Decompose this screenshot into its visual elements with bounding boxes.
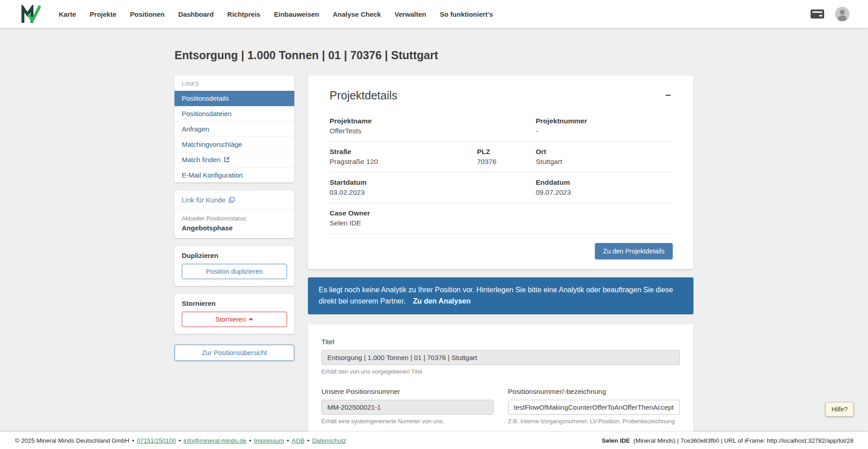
customer-link[interactable]: Link für Kunde [175, 191, 294, 210]
caret-down-icon [249, 318, 253, 321]
status-value: Angebotsphase [182, 224, 287, 232]
sidebar-item-label: Positionsdetails [182, 94, 229, 102]
datenschutz-link[interactable]: Datenschutz [312, 437, 346, 444]
nav-item-richtpreis[interactable]: Richtpreis [227, 10, 260, 18]
customer-link-card: Link für Kunde Aktueller Positionsstatus… [175, 191, 294, 238]
sidebar-item-label: Match finden [182, 156, 221, 164]
cancel-dropdown-button[interactable]: Stornieren [182, 312, 287, 327]
separator: • [287, 437, 289, 444]
titel-input[interactable] [321, 350, 680, 365]
nav-item-einbauweisen[interactable]: Einbauweisen [274, 10, 319, 18]
top-navbar: Karte Projekte Positionen Dashboard Rich… [0, 0, 868, 28]
titel-field: Titel Erhält den von uns vorgegebenen Ti… [321, 338, 680, 375]
nav-item-karte[interactable]: Karte [59, 10, 76, 18]
plz-field: PLZ 70376 [477, 148, 536, 166]
customer-link-label: Link für Kunde [182, 196, 226, 204]
ort-field: Ort Stuttgart [536, 148, 673, 166]
bezeichnung-helper: Z.B. Interne-Vorgangsnummer, LV-Position… [508, 418, 680, 425]
copy-icon [229, 197, 235, 203]
projektnummer-value: - [536, 127, 673, 135]
duplicate-heading: Duplizieren [182, 252, 287, 259]
cancel-button-label: Stornieren [216, 316, 246, 323]
banner-link[interactable]: Zu den Analysen [413, 297, 471, 305]
separator: • [307, 437, 310, 444]
projektname-value: OfferTests [330, 127, 536, 135]
position-overview-button[interactable]: Zur Positionsübersicht [175, 345, 294, 361]
sidebar-item-label: Positionsdateien [182, 110, 231, 117]
case-owner-field: Case Owner Selen IDE [330, 209, 536, 227]
project-details-button[interactable]: Zu den Projektdetails [595, 243, 673, 259]
bezeichnung-label: Positionsnummer/-bezeichnung [508, 388, 680, 396]
duplicate-position-button[interactable]: Position duplizieren [182, 264, 287, 279]
nav-item-projekte[interactable]: Projekte [90, 10, 116, 18]
projektnummer-label: Projektnummer [536, 117, 673, 125]
ort-value: Stuttgart [536, 158, 673, 166]
sidebar-item-anfragen[interactable]: Anfragen [175, 122, 294, 137]
footer: © 2025 Mineral Minds Deutschland GmbH • … [0, 432, 868, 449]
sidebar-item-positionsdateien[interactable]: Positionsdateien [175, 106, 294, 122]
nav-item-analyse-check[interactable]: Analyse Check [333, 10, 381, 18]
separator: • [132, 437, 134, 444]
nav-item-positionen[interactable]: Positionen [130, 10, 165, 18]
sidebar-item-positionsdetails[interactable]: Positionsdetails [175, 91, 294, 106]
ort-label: Ort [536, 148, 673, 156]
banner-text: Es liegt noch keine Analytik zu Ihrer Po… [319, 286, 673, 305]
sidebar-item-email-konfiguration[interactable]: E-Mail Konfiguration [175, 168, 294, 182]
projektnummer-field: Projektnummer - [536, 117, 673, 135]
bezeichnung-input[interactable] [508, 400, 680, 415]
nav-item-verwalten[interactable]: Verwalten [395, 10, 426, 18]
analytics-banner: Es liegt noch keine Analytik zu Ihrer Po… [308, 277, 693, 314]
sidebar-item-label: Anfragen [182, 125, 209, 133]
status-label: Aktueller Positionsstatus: [182, 215, 287, 222]
mineral-minds-logo[interactable] [21, 5, 41, 23]
impressum-link[interactable]: Impressum [254, 437, 284, 444]
console-button[interactable] [810, 9, 825, 19]
positionsnummer-input[interactable] [321, 400, 494, 415]
logo-icon [21, 5, 41, 23]
links-card: LINKS Positionsdetails Positionsdateien … [175, 75, 294, 182]
footer-left: © 2025 Mineral Minds Deutschland GmbH • … [15, 437, 346, 444]
nav-item-so-funktionierts[interactable]: So funktioniert's [440, 10, 493, 18]
footer-user-name: Selen IDE [602, 437, 630, 444]
phone-link[interactable]: 07151/250100 [137, 437, 176, 444]
enddatum-label: Enddatum [536, 178, 673, 187]
projektname-label: Projektname [330, 117, 536, 125]
strasse-field: Straße Pragstraße 120 [330, 148, 477, 166]
user-avatar[interactable] [835, 6, 850, 22]
projektname-field: Projektname OfferTests [330, 117, 536, 135]
startdatum-value: 03.02.2023 [330, 188, 536, 196]
help-button[interactable]: Hilfe? [826, 402, 854, 416]
plz-label: PLZ [477, 148, 536, 156]
positionsnummer-label: Unsere Positionsnummer [321, 388, 494, 396]
cancel-card: Stornieren Stornieren [175, 294, 294, 334]
console-icon [810, 9, 825, 19]
cancel-heading: Stornieren [182, 299, 287, 307]
external-link-icon [224, 157, 230, 163]
footer-session-text: (Mineral Minds) | 7ce360e83fb0 | URL of … [633, 437, 854, 444]
startdatum-field: Startdatum 03.02.2023 [330, 178, 536, 196]
separator: • [179, 437, 181, 444]
copyright-text: © 2025 Mineral Minds Deutschland GmbH [15, 437, 129, 444]
nav-item-dashboard[interactable]: Dashboard [178, 10, 213, 18]
case-owner-label: Case Owner [330, 209, 536, 217]
enddatum-field: Enddatum 09.07.2023 [536, 178, 673, 196]
bezeichnung-field: Positionsnummer/-bezeichnung Z.B. Intern… [508, 388, 680, 425]
email-link[interactable]: info@mineral-minds.de [184, 437, 246, 444]
main-content: Projektdetails – Projektname OfferTests … [308, 75, 693, 449]
duplicate-card: Duplizieren Position duplizieren [175, 246, 294, 286]
sidebar-item-match-finden[interactable]: Match finden [175, 152, 294, 168]
user-avatar-icon [835, 6, 850, 22]
links-header: LINKS [175, 75, 294, 91]
sidebar-item-matchingvorschlaege[interactable]: Matchingvorschläge [175, 137, 294, 152]
sidebar: LINKS Positionsdetails Positionsdateien … [175, 75, 294, 361]
plz-value: 70376 [477, 158, 536, 166]
position-form-card: Titel Erhält den von uns vorgegebenen Ti… [308, 324, 693, 449]
project-details-card: Projektdetails – Projektname OfferTests … [308, 75, 693, 269]
strasse-value: Pragstraße 120 [330, 158, 477, 166]
agb-link[interactable]: AGB [292, 437, 305, 444]
collapse-button[interactable]: – [664, 89, 673, 101]
titel-helper: Erhält den von uns vorgegebenen Titel. [321, 368, 680, 375]
main-nav: Karte Projekte Positionen Dashboard Rich… [59, 10, 493, 18]
positionsnummer-field: Unsere Positionsnummer Erhält eine syste… [321, 388, 494, 425]
project-details-title: Projektdetails [330, 89, 397, 102]
